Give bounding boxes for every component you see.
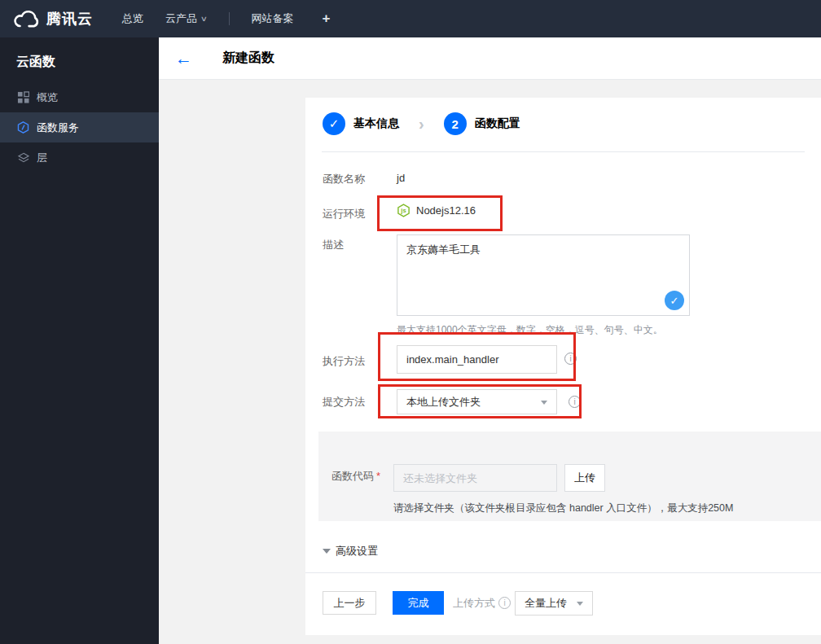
- sidebar-item-label: 概览: [37, 90, 58, 105]
- advanced-settings-label: 高级设置: [336, 544, 378, 559]
- function-hexagon-icon: [16, 120, 30, 134]
- submit-method-select[interactable]: 本地上传文件夹: [397, 389, 557, 414]
- function-code-hint: 请选择文件夹（该文件夹根目录应包含 handler 入口文件），最大支持250M: [393, 502, 733, 515]
- step-label: 基本信息: [353, 116, 399, 131]
- required-asterisk: *: [376, 470, 380, 482]
- handler-label: 执行方法: [323, 354, 365, 369]
- function-name-label: 函数名称: [323, 172, 365, 186]
- wizard-steps: ✓ 基本信息 › 2 函数配置: [323, 112, 520, 135]
- runtime-value-row: js Nodejs12.16: [397, 204, 476, 217]
- runtime-label: 运行环境: [323, 207, 365, 221]
- sidebar-item-function-service[interactable]: 函数服务: [0, 112, 159, 142]
- submit-method-info-icon[interactable]: i: [569, 396, 581, 408]
- page-title: 新建函数: [222, 50, 274, 67]
- previous-step-button[interactable]: 上一步: [323, 591, 376, 615]
- function-code-label-text: 函数代码: [331, 470, 374, 482]
- upload-mode-info-icon[interactable]: i: [498, 597, 511, 609]
- cloud-logo-icon: [11, 10, 39, 28]
- function-code-section: 函数代码* 上传 请选择文件夹（该文件夹根目录应包含 handler 入口文件）…: [318, 432, 821, 521]
- chevron-right-icon: ›: [419, 115, 424, 134]
- topnav: 总览 云产品 ∨ 网站备案 +: [122, 11, 331, 27]
- svg-text:js: js: [400, 207, 406, 214]
- step-number-badge: 2: [444, 112, 467, 135]
- submit-method-label: 提交方法: [323, 395, 365, 410]
- topnav-icp[interactable]: 网站备案: [252, 11, 294, 26]
- tencent-cloud-logo[interactable]: 腾讯云: [11, 9, 93, 28]
- topnav-overview[interactable]: 总览: [122, 11, 143, 26]
- steps-divider: [322, 151, 805, 152]
- layers-icon: [16, 151, 30, 164]
- function-code-label: 函数代码*: [331, 469, 380, 484]
- upload-mode-label: 上传方式: [453, 596, 495, 611]
- description-hint: 最大支持1000个英文字母，数字，空格，逗号、句号、中文。: [397, 323, 663, 337]
- nodejs-hexagon-icon: js: [397, 204, 410, 217]
- step-label: 函数配置: [475, 116, 520, 131]
- finish-button[interactable]: 完成: [393, 591, 444, 615]
- topnav-products[interactable]: 云产品 ∨: [165, 11, 207, 26]
- caret-down-icon: [323, 549, 331, 554]
- upload-mode-value: 全量上传: [525, 596, 567, 611]
- caret-down-icon: [541, 401, 547, 405]
- caret-down-icon: [577, 602, 583, 606]
- chevron-down-icon: ∨: [200, 15, 208, 23]
- upload-mode-label-row: 上传方式 i: [453, 591, 511, 615]
- create-function-card: ✓ 基本信息 › 2 函数配置 函数名称 jd 运行环境 js Nodejs12…: [305, 98, 821, 635]
- page-header: ← 新建函数: [159, 37, 821, 80]
- description-textarea[interactable]: 京东薅羊毛工具: [397, 234, 690, 316]
- advanced-settings-toggle[interactable]: 高级设置: [323, 544, 378, 559]
- grid-icon: [16, 90, 30, 104]
- sidebar: 云函数 概览 函数服务: [0, 37, 159, 644]
- sidebar-item-label: 层: [37, 151, 47, 165]
- sidebar-title: 云函数: [0, 37, 159, 82]
- runtime-value: Nodejs12.16: [416, 204, 476, 217]
- folder-status-input: [393, 464, 557, 492]
- handler-input[interactable]: [397, 345, 557, 374]
- valid-check-icon: ✓: [665, 291, 684, 310]
- back-arrow-icon[interactable]: ←: [175, 50, 192, 67]
- topbar: 腾讯云 总览 云产品 ∨ 网站备案 +: [0, 0, 821, 37]
- step-basic-info[interactable]: ✓ 基本信息: [323, 112, 399, 135]
- sidebar-item-label: 函数服务: [37, 120, 79, 135]
- sidebar-item-overview[interactable]: 概览: [0, 82, 159, 112]
- step-done-check-icon: ✓: [323, 112, 345, 135]
- sidebar-item-layers[interactable]: 层: [0, 142, 159, 173]
- topnav-products-label: 云产品: [165, 11, 197, 26]
- upload-button[interactable]: 上传: [564, 464, 605, 492]
- submit-method-value: 本地上传文件夹: [406, 395, 481, 410]
- upload-mode-select[interactable]: 全量上传: [515, 591, 593, 616]
- handler-info-icon[interactable]: i: [564, 353, 577, 365]
- description-label: 描述: [323, 238, 344, 252]
- brand-name: 腾讯云: [46, 9, 93, 28]
- function-name-value: jd: [397, 172, 405, 184]
- add-tab-button[interactable]: +: [323, 11, 331, 27]
- step-function-config[interactable]: 2 函数配置: [444, 112, 520, 135]
- topnav-divider: [229, 12, 230, 25]
- description-field-wrap: 京东薅羊毛工具 ✓: [397, 234, 690, 316]
- footer-divider: [305, 572, 821, 573]
- app-viewport: 腾讯云 总览 云产品 ∨ 网站备案 + 云函数 概览: [0, 0, 821, 644]
